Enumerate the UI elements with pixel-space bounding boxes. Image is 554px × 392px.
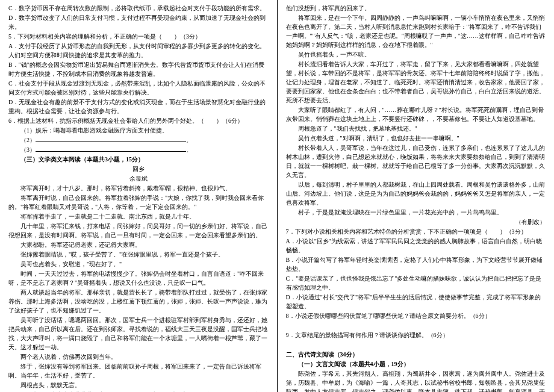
document-page: C．数字货币因不存在周转次数的限制，必将取代纸币，承载起社会对支付手段功能的所有…: [0, 0, 554, 392]
blank-line: [36, 136, 186, 142]
r-p10-attr: （有删改）: [286, 217, 546, 226]
r-p6: 周根急道了，"我们去找找，把墓地基找还。": [286, 124, 546, 133]
story-p3: 将军挥着手走了，一走就是二十二走就。南北东西，就是几十年。: [8, 212, 269, 221]
r-p3: 吴竹也摇着头，一声不吭。: [286, 50, 546, 59]
q5-option-c: C．社会支付手段从现金过渡到无现金，必然带来混乱，比如个人隐私面临泄露的风险，公…: [8, 79, 269, 97]
q6-stem: 6．根据上述材料，抗指示例概括无现金社会带给人们的另外两个好处。（ ）（6分）: [8, 116, 269, 125]
story-p9: 两人就谈起当年的将军。那样亲切，就是营长长了，骑带着部队打过过，就受伤了，在张婶…: [8, 288, 269, 315]
wenyan-p1: 陈尧佐，字希元，其先河朔人。高祖翔，为蜀新井令，因家焉，遂为阆州阆中人。尧佐进士…: [286, 369, 546, 392]
q7-option-b: B．小说开篇勾写了将军年轻时英姿满满洒，定格了人们心中将军形象，为下文经营节节展…: [286, 255, 546, 273]
story-p4: 几十年里，将军汇来钱，打来电话，问张婶好，问吴哥好，问一切的乡亲们好。将军说，自…: [8, 222, 269, 240]
story-p12: 终于，张婶没有等到将军回来。团临前前叹孙子周根，将军回来来了，一定告自己诉送将军…: [8, 362, 269, 380]
story-p7: 吴哥也点着头，安慰道，"现在好了。": [8, 260, 269, 269]
q6-answer2-line: （2）。: [8, 135, 269, 145]
story-p11: 两个老人说着，仿佛再次回到当年。: [8, 352, 269, 361]
story-title: 回乡: [8, 164, 269, 173]
q4-option-c: C．数字货币因不存在周转次数的限制，必将取代纸币，承载起社会对支付手段功能的所有…: [8, 4, 269, 13]
q7-stem: 7．下列对小说相关相关内容和艺术特色的分析赏赏，下不正确的一项项是（ ）（3分）: [286, 227, 546, 236]
q7-option-c: C．"要是话课亲了，也也怪我是饿出忘了"多处生动嘛的描妹味欲，诚认认为把自己把把…: [286, 274, 546, 292]
q9-stem: 9．文章结尾的景物描写有何作用？请谈谈你的理解。（6分）: [286, 331, 546, 340]
q5-stem: 5．下列对材料相关内容的理解和分析，不正确的一项是（ ）（3分）: [8, 32, 269, 41]
q5-option-b: B．"钱"的概念会因实物货币退出贸易舞台而逐渐消失去。数字代替货币货币支付会让人…: [8, 60, 269, 78]
story-p8: 时间，一天天过过去，将军的电话慢慢少了。张婶仍会时坐着村口，自言自语道："咋不回…: [8, 269, 269, 287]
q8-stem: 8．小说还假伏哪哪些闷伏置笔了哪哪些伏笔？请结合原文简要分析。（6分）: [286, 311, 546, 320]
section2-1-heading: （一）文言文阅读（本题共4小题，19分）: [286, 359, 546, 369]
q7-option-d: D．小说通过"村长"交代了"将军"后半半生生的活后情况，使使做事节完整，完成了将…: [286, 293, 546, 311]
r-p9: 以后，每到清明，村子里里的人都栽树栽，在山上四周处载看。周根和吴竹遗遗格外多，山…: [286, 180, 546, 207]
r-p7: 吴竹点着头道，"对啊啊，清明了，也也好去挂一一串嘛啊。": [286, 134, 546, 143]
q7-option-a: A．小说以"回乡"为线索索，讲述了军军民民同之觉觉的的感人胸肺故事，语言自白自然…: [286, 237, 546, 255]
story-p2: 将军离开时说，自己会回来的。将军拉着张婶的手说："大娘，你找了我，到时我会回来看…: [8, 193, 269, 211]
r-p1: 他们没想到，将军真的回来了。: [286, 4, 546, 13]
section2-heading: 二、古代诗文阅读（34分）: [286, 350, 546, 359]
r-p10: 村子，于是是就淹没埋映在一片绿色里里，一片花光光中的，一片鸟鸣鸟里。: [286, 208, 546, 217]
story-p5: 大家都盼。将军还记得老家，还记得大家啊。: [8, 240, 269, 249]
q4-option-d: D．数字货币改变了人们的日常支付习惯，支付过程不再受现金约束，从而加速了无现金社…: [8, 13, 269, 31]
r-p2: 将军回来，是在一个下午。四周静静的，一声鸟叫嘛嘛啊，一辆小车悄悄在夜色里来，又悄…: [286, 13, 546, 49]
story-author: 余显斌: [8, 174, 269, 183]
r-p4: 村长流泪看着告诉人大家，车开过了，将军走，留了下来，见大家都看看嘛嘛啊，四处就望…: [286, 60, 546, 105]
story-p13: 周根点头，默默无言。: [8, 381, 269, 390]
q6-answer3-line: （3）。: [8, 145, 269, 154]
section3-heading: （三）文学类文本阅读（本题共3小题，15分）: [8, 155, 269, 164]
right-column: 他们没想到，将军真的回来了。 将军回来，是在一个下午。四周静静的，一声鸟叫嘛嘛啊…: [278, 0, 555, 392]
r-p8: 村长带着人人，吴哥军说，当年在这过儿，自己受伤，连累了多亲们，也连累累了了这儿儿…: [286, 143, 546, 179]
r-p5: 大家听了眼睛都红了，有人问，"……葬在哪咋儿呀？"村长说。将军死死前嘱啊，埋自己…: [286, 105, 546, 123]
left-column: C．数字货币因不存在周转次数的限制，必将取代纸币，承载起社会对支付手段功能的所有…: [0, 0, 277, 392]
blank-line: [36, 146, 186, 152]
q5-option-d: D．无现金社会有趣的前景不于支付方式的变化或消灭现金，而在于生活场景智慧化对金融…: [8, 98, 269, 116]
story-p10: 吴哥听了没话话，嗯嗯两回回。那次，国军士兵一个进根驻军村部到军村身秀与，还还好，…: [8, 316, 269, 352]
q6-answer1: （1）娱乐：喝咖啡看电影游戏金融医疗方面支付便捷。: [8, 126, 269, 135]
story-p1: 将军离开时，才十八岁。那时，将军背着斜挎，戴着军帽，很精神。也很帅气。: [8, 184, 269, 193]
story-p6: 张婶擦着眼睛说，"哎，孩子受苦了。"在张婶眼里说，将军一直还是个孩子。: [8, 250, 269, 259]
q5-option-a: A．支付手段经历了从货币形态的自我到无形，从支付时间审程的多寡少到多更多的转化的…: [8, 42, 269, 60]
